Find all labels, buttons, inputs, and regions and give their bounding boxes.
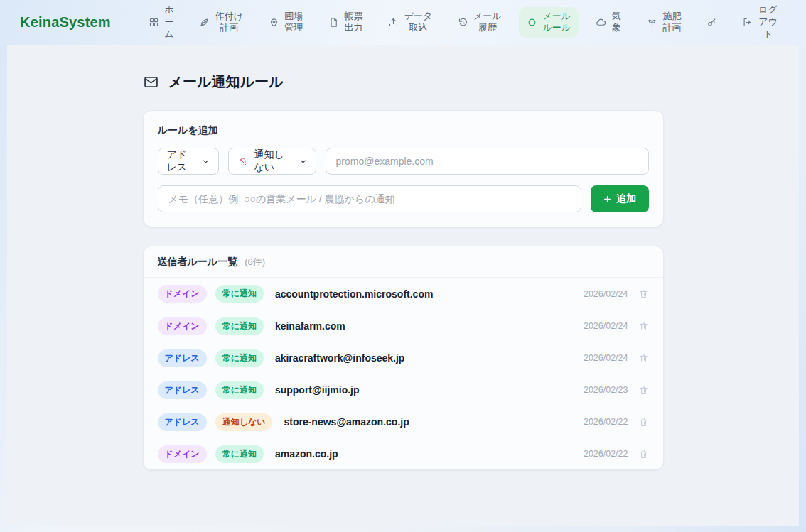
rule-value: store-news@amazon.co.jp: [284, 416, 409, 428]
rule-date: 2026/02/23: [584, 385, 628, 395]
rules-list-header: 送信者ルール一覧 (6件): [144, 246, 663, 278]
main-area: メール通知ルール ルールを追加 アドレス 通知しない: [7, 45, 799, 526]
rule-value: accountprotection.microsoft.com: [275, 288, 433, 300]
rule-date: 2026/02/22: [584, 417, 628, 427]
nav-item-label: ホーム: [164, 4, 174, 40]
nav-item-label: メールルール: [542, 11, 571, 35]
rules-list-body: ドメイン 常に通知 accountprotection.microsoft.co…: [144, 278, 663, 469]
nav-item-label: ログアウト: [758, 4, 778, 40]
upload-icon: [388, 17, 399, 28]
delete-rule-button[interactable]: [638, 449, 649, 460]
bell-off-icon: [237, 156, 248, 167]
delete-rule-button[interactable]: [638, 353, 649, 364]
rule-row: ドメイン 常に通知 accountprotection.microsoft.co…: [144, 278, 663, 310]
chevron-down-icon: [299, 158, 307, 165]
trash-icon: [638, 353, 649, 364]
cloud-icon: [596, 17, 606, 28]
rule-type-badge: ドメイン: [158, 317, 207, 335]
rule-row: アドレス 通知しない store-news@amazon.co.jp 2026/…: [144, 406, 663, 438]
rule-type-selected-value: アドレス: [167, 148, 195, 174]
rule-action-selected-value: 通知しない: [254, 148, 293, 174]
page-header: メール通知ルール: [143, 72, 664, 92]
history-icon: [458, 17, 468, 28]
rule-action-badge: 常に通知: [215, 381, 264, 399]
add-rule-card: ルールを追加 アドレス 通知しない: [143, 110, 664, 227]
grid-icon: [149, 17, 159, 28]
delete-rule-button[interactable]: [638, 288, 649, 299]
delete-rule-button[interactable]: [638, 321, 649, 332]
logout-icon: [742, 17, 753, 28]
top-navbar: KeinaSystem ホーム 作付け計画 圃場管理 帳票出力 データ取込 メー…: [0, 0, 806, 45]
nav-items: ホーム 作付け計画 圃場管理 帳票出力 データ取込 メール履歴 メールルール 気…: [141, 1, 786, 44]
delete-rule-button[interactable]: [638, 417, 649, 428]
rule-action-badge: 常に通知: [215, 285, 264, 303]
nav-item-label: 圃場管理: [284, 11, 303, 35]
rule-action-badge: 常に通知: [215, 349, 264, 367]
app-logo: KeinaSystem: [20, 14, 111, 31]
nav-item[interactable]: ホーム: [141, 1, 182, 44]
rule-type-badge: アドレス: [158, 349, 207, 367]
rule-action-badge: 通知しない: [215, 413, 273, 431]
rule-action-badge: 常に通知: [215, 317, 264, 335]
nav-item[interactable]: データ取込: [380, 7, 440, 38]
nav-item[interactable]: ログアウト: [734, 1, 786, 44]
rule-date: 2026/02/24: [584, 353, 628, 363]
rule-date: 2026/02/24: [584, 321, 628, 331]
nav-item-label: 施肥計画: [662, 11, 682, 35]
trash-icon: [638, 417, 649, 428]
rule-row: アドレス 常に通知 support@iijmio.jp 2026/02/23: [144, 374, 663, 406]
rule-type-badge: ドメイン: [158, 285, 207, 303]
nav-item[interactable]: [699, 13, 725, 31]
trash-icon: [638, 288, 649, 299]
rule-target-input[interactable]: [326, 148, 649, 175]
rule-row: ドメイン 常に通知 amazon.co.jp 2026/02/22: [144, 438, 663, 469]
trash-icon: [638, 449, 649, 460]
chevron-down-icon: [202, 158, 210, 165]
map-pin-icon: [269, 17, 279, 28]
add-rule-heading: ルールを追加: [158, 124, 649, 137]
filter-circle-icon: [527, 17, 537, 28]
sprout-icon: [199, 17, 210, 28]
nav-item[interactable]: 施肥計画: [639, 7, 689, 38]
plus-icon: [603, 195, 612, 204]
rule-row: ドメイン 常に通知 keinafarm.com 2026/02/24: [144, 310, 663, 342]
rule-type-badge: ドメイン: [158, 445, 207, 463]
nav-item-label: 作付け計画: [215, 11, 243, 35]
mail-icon: [143, 74, 159, 90]
nav-item[interactable]: 帳票出力: [321, 7, 371, 38]
rules-list-title: 送信者ルール一覧: [158, 256, 238, 268]
rule-type-select[interactable]: アドレス: [158, 148, 219, 175]
rule-type-badge: アドレス: [158, 413, 207, 431]
rules-list-card: 送信者ルール一覧 (6件) ドメイン 常に通知 accountprotectio…: [143, 246, 664, 470]
add-rule-row-2: 追加: [158, 185, 649, 212]
delete-rule-button[interactable]: [638, 385, 649, 396]
add-rule-button-label: 追加: [616, 192, 636, 205]
trash-icon: [638, 321, 649, 332]
add-rule-row-1: アドレス 通知しない: [158, 148, 649, 175]
add-rule-button[interactable]: 追加: [591, 185, 649, 212]
nav-item[interactable]: メール履歴: [450, 7, 510, 38]
rule-value: support@iijmio.jp: [275, 384, 360, 396]
nav-item[interactable]: 圃場管理: [261, 7, 311, 38]
nav-item-label: 気象: [611, 11, 621, 35]
rule-date: 2026/02/22: [584, 449, 628, 459]
rule-date: 2026/02/24: [584, 289, 628, 299]
document-icon: [328, 17, 339, 28]
rule-action-badge: 常に通知: [215, 445, 264, 463]
nav-item-label: メール履歴: [473, 11, 502, 35]
rule-memo-input[interactable]: [158, 185, 581, 212]
nav-item[interactable]: 作付け計画: [191, 7, 251, 38]
rule-value: akiracraftwork@infoseek.jp: [275, 352, 405, 364]
page-title: メール通知ルール: [168, 72, 284, 92]
rule-row: アドレス 常に通知 akiracraftwork@infoseek.jp 202…: [144, 342, 663, 374]
nav-item-label: 帳票出力: [344, 11, 363, 35]
rule-action-select[interactable]: 通知しない: [228, 148, 316, 175]
rule-value: amazon.co.jp: [275, 448, 338, 460]
nav-item[interactable]: メールルール: [519, 7, 579, 38]
rules-list-count: (6件): [245, 256, 265, 268]
nav-item[interactable]: 気象: [588, 7, 629, 38]
nav-item-label: データ取込: [404, 11, 432, 35]
rule-type-badge: アドレス: [158, 381, 207, 399]
rule-value: keinafarm.com: [275, 320, 345, 332]
trash-icon: [638, 385, 649, 396]
